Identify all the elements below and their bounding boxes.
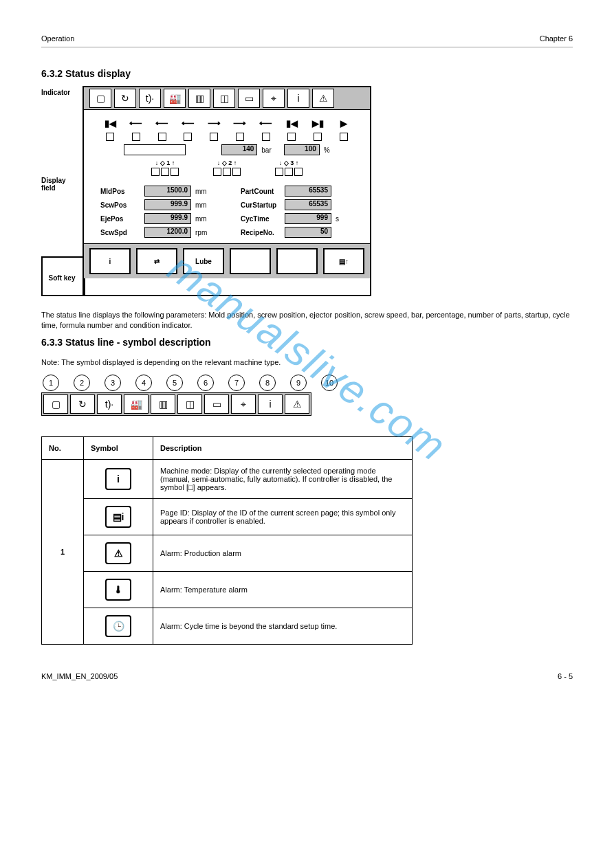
status-description: The status line displays the following p… xyxy=(41,310,573,331)
temperature-icon: 🌡 xyxy=(105,579,131,601)
table-row: 1 i Machine mode: Display of the current… xyxy=(42,460,413,499)
info-row-scwpos: ScwPos999.9mm xyxy=(100,199,213,210)
page-footer: KM_IMM_EN_2009/05 6 - 5 xyxy=(41,672,573,680)
info-row-partcount: PartCount65535 xyxy=(241,186,353,197)
status-screenshot: Indicator Display field Soft key ▢ ↻ t)·… xyxy=(41,86,573,296)
row-no: 1 xyxy=(42,460,84,645)
indicator-info2-icon: i xyxy=(258,394,283,414)
header-left: Operation xyxy=(41,34,74,43)
info-row-scwspd: ScwSpd1200.0rpm xyxy=(100,227,213,238)
check-box xyxy=(262,133,270,141)
indicator-barrel-icon: ⌖ xyxy=(231,394,256,414)
info-row-mldpos: MldPos1500.0mm xyxy=(100,186,213,197)
motion-icon: ⟵ xyxy=(127,115,146,131)
motion-icon: ⟵ xyxy=(256,115,276,131)
check-box xyxy=(287,133,296,141)
motion-icon: ⟵ xyxy=(153,115,172,131)
num-circle: 6 xyxy=(197,375,214,391)
num-circle: 9 xyxy=(290,375,307,391)
indicator-heater-icon: ▥ xyxy=(188,89,210,108)
motion-icon: ⟶ xyxy=(230,115,250,131)
clock-icon: 🕒 xyxy=(105,615,131,637)
value-box-empty xyxy=(124,144,186,155)
info-row-cyctime: CycTime999s xyxy=(241,213,353,224)
num-circle: 3 xyxy=(105,375,121,391)
indicator-screen-icon: ▭ xyxy=(204,394,229,414)
indicator-info2-icon: i xyxy=(287,89,309,108)
indicator-info-icon: ▢ xyxy=(89,89,111,108)
check-box xyxy=(106,133,114,141)
check-box xyxy=(158,133,166,141)
num-circle: 5 xyxy=(166,375,183,391)
footer-right: 6 - 5 xyxy=(558,672,573,680)
motion-icon: ▮◀ xyxy=(282,115,301,131)
softkey-row: i ⇄ Lube ▤↑ xyxy=(84,243,370,278)
check-box xyxy=(340,133,348,141)
pressure-unit: bar xyxy=(261,146,271,154)
softkey-pageup[interactable]: ▤↑ xyxy=(323,248,364,274)
page-header: Operation Chapter 6 xyxy=(41,34,573,47)
table-row: 🕒 Alarm: Cycle time is beyond the standa… xyxy=(42,608,413,645)
softkey-info[interactable]: i xyxy=(89,248,131,274)
row-desc: Alarm: Temperature alarm xyxy=(153,572,413,608)
num-circle: 10 xyxy=(321,375,338,391)
dropset-1: ↓ ◇ 1 ↑ xyxy=(151,159,179,176)
side-label-display: Display field xyxy=(41,109,83,256)
check-box xyxy=(314,133,322,141)
table-row: ▤i Page ID: Display of the ID of the cur… xyxy=(42,499,413,535)
table-row: ⚠ Alarm: Production alarm xyxy=(42,535,413,572)
indicator-alarm-icon: ⚠ xyxy=(285,394,309,414)
row-desc: Page ID: Display of the ID of the curren… xyxy=(153,499,413,535)
pressure-value: 140 xyxy=(221,144,257,155)
motion-icon: ▮◀ xyxy=(100,115,120,131)
motion-icon: ⟶ xyxy=(204,115,223,131)
info-column-left: MldPos1500.0mm ScwPos999.9mm EjePos999.9… xyxy=(100,186,213,238)
info-column-right: PartCount65535 CurStartup65535 CycTime99… xyxy=(241,186,353,238)
indicator-screen-icon: ▭ xyxy=(238,89,260,108)
softkey-empty1[interactable] xyxy=(230,248,271,274)
indicator-time-icon: t)· xyxy=(139,89,161,108)
motion-check-row xyxy=(100,132,353,142)
dropset-3: ↓ ◇ 3 ↑ xyxy=(275,159,303,176)
th-no: No. xyxy=(42,437,84,460)
th-symbol: Symbol xyxy=(84,437,153,460)
machine-mode-icon: i xyxy=(105,468,131,490)
num-circle: 1 xyxy=(43,375,59,391)
info-row-ejepos: EjePos999.9mm xyxy=(100,213,213,224)
row-desc: Machine mode: Display of the currently s… xyxy=(153,460,413,499)
indicator-motor-icon: ◫ xyxy=(177,394,202,414)
note-text: Note: The symbol displayed is depending … xyxy=(41,357,573,368)
section-title-symbol-desc: 6.3.3 Status line - symbol description xyxy=(41,337,573,348)
motion-icon: ⟵ xyxy=(178,115,197,131)
indicator-robot-icon: 🏭 xyxy=(164,89,186,108)
symbol-table: No. Symbol Description 1 i Machine mode:… xyxy=(41,436,413,645)
num-circle: 7 xyxy=(228,375,245,391)
footer-left: KM_IMM_EN_2009/05 xyxy=(41,672,118,680)
softkey-empty2[interactable] xyxy=(276,248,318,274)
indicator-heater-icon: ▥ xyxy=(151,394,175,414)
side-label-indicator: Indicator xyxy=(41,86,83,109)
softkey-lube[interactable]: Lube xyxy=(183,248,224,274)
table-row: 🌡 Alarm: Temperature alarm xyxy=(42,572,413,608)
check-box xyxy=(236,133,244,141)
num-circle: 2 xyxy=(74,375,90,391)
page-id-icon: ▤i xyxy=(105,506,131,528)
check-box xyxy=(132,133,140,141)
num-circle: 8 xyxy=(259,375,276,391)
percent-unit: % xyxy=(324,146,330,154)
alarm-icon: ⚠ xyxy=(105,542,131,564)
indicator-barrel-icon: ⌖ xyxy=(263,89,285,108)
check-box xyxy=(210,133,218,141)
indicator-time-icon: t)· xyxy=(97,394,122,414)
motion-icon: ▶▮ xyxy=(308,115,327,131)
row-desc: Alarm: Production alarm xyxy=(153,535,413,572)
softkey-cycle[interactable]: ⇄ xyxy=(136,248,177,274)
indicator-cycle-icon: ↻ xyxy=(114,89,136,108)
info-row-recipeno: RecipeNo.50 xyxy=(241,227,353,238)
indicator-alarm-icon: ⚠ xyxy=(312,89,334,108)
percent-value: 100 xyxy=(284,144,320,155)
indicator-motor-icon: ◫ xyxy=(213,89,235,108)
indicator-cycle-icon: ↻ xyxy=(70,394,95,414)
indicator-info-icon: ▢ xyxy=(43,394,68,414)
side-label-softkey: Soft key xyxy=(41,256,85,296)
